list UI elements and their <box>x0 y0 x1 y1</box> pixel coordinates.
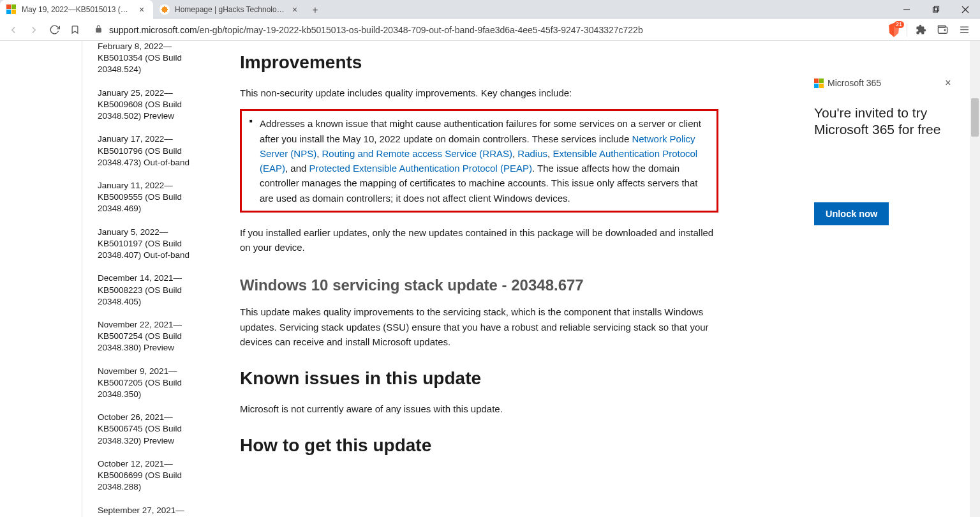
link-peap[interactable]: Protected Extensible Authentication Prot… <box>309 163 532 174</box>
sidebar-nav: February 8, 2022—KB5010354 (OS Build 203… <box>82 41 209 517</box>
sidebar-item[interactable]: October 12, 2021—KB5006699 (OS Build 203… <box>98 458 209 493</box>
extensions-button[interactable] <box>911 20 930 40</box>
bookmark-button[interactable] <box>65 20 84 40</box>
svg-point-7 <box>944 30 945 31</box>
page-content: February 8, 2022—KB5010354 (OS Build 203… <box>0 41 980 517</box>
paragraph: If you installed earlier updates, only t… <box>240 225 718 255</box>
reload-button[interactable] <box>45 20 64 40</box>
sidebar-item[interactable]: September 27, 2021—KB5005619 (OS Build 2… <box>98 505 209 517</box>
ms-favicon-icon <box>6 4 17 15</box>
wallet-button[interactable] <box>933 20 952 40</box>
link-rras[interactable]: Routing and Remote access Service (RRAS) <box>322 148 512 159</box>
minimize-button[interactable] <box>892 0 921 19</box>
sidebar-item[interactable]: January 17, 2022—KB5010796 (OS Build 203… <box>98 133 209 169</box>
new-tab-button[interactable]: + <box>306 1 324 19</box>
window-controls <box>892 0 980 19</box>
shield-count: 21 <box>894 21 904 28</box>
browser-titlebar: May 19, 2022—KB5015013 (OS Bu × Homepage… <box>0 0 980 19</box>
svg-rect-2 <box>935 6 939 11</box>
promo-headline: You're invited to try Microsoft 365 for … <box>814 105 954 139</box>
url-text: support.microsoft.com/en-gb/topic/may-19… <box>109 25 643 35</box>
heading-improvements: Improvements <box>240 52 718 73</box>
svg-rect-1 <box>933 8 938 12</box>
brave-shields-button[interactable]: 21 <box>885 21 903 39</box>
tab-close-icon[interactable]: × <box>137 4 147 15</box>
browser-toolbar: support.microsoft.com/en-gb/topic/may-19… <box>0 19 980 41</box>
heading-ssu: Windows 10 servicing stack update - 2034… <box>240 276 718 294</box>
sidebar-item[interactable]: November 22, 2021—KB5007254 (OS Build 20… <box>98 319 209 354</box>
scrollbar-thumb[interactable] <box>971 98 979 137</box>
back-button[interactable] <box>4 20 23 40</box>
menu-button[interactable] <box>954 20 974 40</box>
paragraph: Microsoft is not currently aware of any … <box>240 401 718 416</box>
paragraph: This update makes quality improvements t… <box>240 304 718 349</box>
lock-icon <box>94 25 103 35</box>
unlock-now-button[interactable]: Unlock now <box>814 202 889 225</box>
link-radius[interactable]: Radius <box>517 148 547 159</box>
svg-rect-6 <box>938 26 945 27</box>
browser-tab-active[interactable]: May 19, 2022—KB5015013 (OS Bu × <box>0 0 153 19</box>
sidebar-item[interactable]: December 14, 2021—KB5008223 (OS Build 20… <box>98 273 209 308</box>
tab-close-icon[interactable]: × <box>290 4 300 15</box>
browser-tab[interactable]: Homepage | gHacks Technology News × <box>153 0 306 19</box>
tab-title: Homepage | gHacks Technology News <box>175 5 287 14</box>
sidebar-item[interactable]: January 25, 2022—KB5009608 (OS Build 203… <box>98 87 209 123</box>
scrollbar[interactable] <box>970 41 980 517</box>
ms-logo-icon <box>814 79 824 88</box>
tab-title: May 19, 2022—KB5015013 (OS Bu <box>22 5 134 14</box>
intro-paragraph: This non-security update includes qualit… <box>240 86 718 100</box>
highlight-box: Addresses a known issue that might cause… <box>240 109 718 213</box>
promo-close-button[interactable]: × <box>942 77 954 89</box>
sidebar-item[interactable]: January 5, 2022—KB5010197 (OS Build 2034… <box>98 227 209 262</box>
sidebar-item[interactable]: October 26, 2021—KB5006745 (OS Build 203… <box>98 412 209 447</box>
maximize-button[interactable] <box>921 0 951 19</box>
bullet-item: Addresses a known issue that might cause… <box>260 116 711 206</box>
promo-brand: Microsoft 365 <box>814 78 881 88</box>
close-window-button[interactable] <box>951 0 980 19</box>
sidebar-item[interactable]: January 11, 2022—KB5009555 (OS Build 203… <box>98 180 209 215</box>
forward-button[interactable] <box>24 20 43 40</box>
sidebar-item[interactable]: November 9, 2021—KB5007205 (OS Build 203… <box>98 366 209 401</box>
url-bar[interactable]: support.microsoft.com/en-gb/topic/may-19… <box>88 21 881 39</box>
sidebar-item[interactable]: February 8, 2022—KB5010354 (OS Build 203… <box>98 41 209 76</box>
promo-panel: Microsoft 365 × You're invited to try Mi… <box>814 77 954 225</box>
heading-how-to-get: How to get this update <box>240 435 718 456</box>
main-article: Improvements This non-security update in… <box>240 41 718 468</box>
heading-known-issues: Known issues in this update <box>240 368 718 389</box>
ghacks-favicon-icon <box>160 4 170 15</box>
svg-rect-5 <box>938 27 947 33</box>
